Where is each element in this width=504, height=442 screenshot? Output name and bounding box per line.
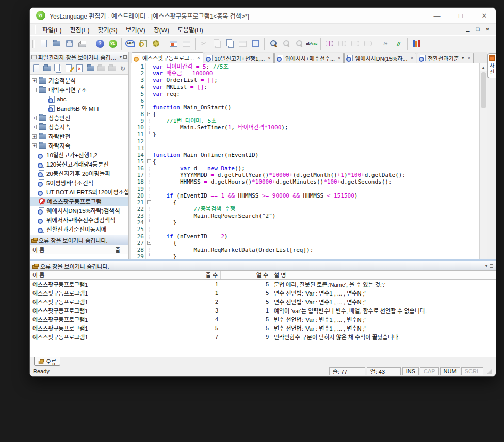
menu-item-5[interactable]: 도움말(H) [173, 25, 207, 35]
error-row-5[interactable]: 예스스팟구동프로그램155변수 선언법: 'Var : 변수1 , ... , … [30, 323, 496, 332]
tree-item-3[interactable]: Band%B 와 MFI [30, 104, 128, 113]
mini-col-name[interactable]: 이 름 [30, 245, 112, 254]
menu-item-2[interactable]: 찾기(S) [93, 25, 121, 35]
vertical-scrollbar[interactable]: ▲ [479, 63, 487, 259]
tab-close-button[interactable]: × [196, 55, 200, 60]
mdi-restore-button[interactable]: ❏ [475, 27, 481, 32]
file-tool-folder-locked-button[interactable] [96, 63, 106, 74]
error-pin-button[interactable] [490, 264, 493, 268]
toolbar-find-in-book-button[interactable] [292, 37, 305, 50]
expand-icon[interactable]: + [32, 78, 37, 83]
file-tool-folder-delete-button[interactable] [107, 63, 117, 74]
file-tool-new-item-button[interactable] [31, 63, 41, 74]
toolbar-save-button[interactable] [63, 37, 76, 50]
maximize-button[interactable]: □ [456, 12, 466, 20]
menu-item-0[interactable]: 파일(F) [38, 25, 66, 35]
panel-dropdown-button[interactable]: ▾ [120, 55, 122, 59]
editor-tab-4[interactable]: 전환선과기준▼× [417, 53, 474, 63]
tree-item-6[interactable]: +하락반전 [30, 132, 128, 141]
menu-item-4[interactable]: 창(W) [150, 25, 173, 35]
fold-collapse-icon[interactable]: - [147, 112, 151, 116]
tree-item-12[interactable]: UT BOT ALERTS와120이평조합 [30, 187, 128, 197]
mini-error-header[interactable]: 오류 창을 보이거나 숨깁니다. [30, 235, 128, 245]
close-button[interactable]: ✕ [479, 12, 490, 20]
editor-tab-2[interactable]: 위에서사+매수선수...× [274, 53, 344, 63]
tree-item-15[interactable]: 위에서사+매수선수렴검색식 [30, 215, 128, 224]
dictionary-dock-tab[interactable]: 사전 [487, 53, 496, 78]
expand-icon[interactable]: + [32, 125, 37, 129]
toolbar-print-button[interactable] [76, 37, 89, 50]
tab-close-button[interactable]: × [267, 56, 270, 61]
toolbar-compile-button[interactable] [150, 37, 162, 50]
tree-item-5[interactable]: +상승지속 [30, 122, 128, 132]
error-panel-header[interactable]: 오류 창을 보이거나 숨깁니다. ▾ [30, 261, 496, 271]
toolbar-bookmark-next-button[interactable] [336, 37, 349, 50]
toolbar-apply-chart-button[interactable] [167, 37, 180, 50]
editor-tab-3[interactable]: 웨에서사DN(15%하...× [344, 53, 416, 63]
tree-item-1[interactable]: -대박주식연구소 [30, 85, 128, 94]
fold-marker[interactable]: - [146, 158, 153, 165]
toolbar-bookmark-prev-button[interactable] [349, 37, 362, 50]
file-tool-refresh-button[interactable]: ↻ [118, 63, 128, 74]
tree-item-0[interactable]: +기술적분석 [30, 76, 128, 85]
file-tree[interactable]: +기술적분석-대박주식연구소abcBand%B 와 MFI+상승반전+상승지속+… [30, 75, 128, 235]
toolbar-copy-button[interactable] [210, 37, 223, 50]
toolbar-bookmark-button[interactable] [323, 37, 336, 50]
toolbar-bookmark-clear-button[interactable] [362, 37, 375, 50]
error-column-col[interactable]: 열 수 [221, 271, 271, 279]
tree-item-16[interactable]: 전환선과기준선이동시에 [30, 224, 128, 234]
tree-item-2[interactable]: abc [30, 94, 128, 104]
toolbar-find-in-doc-button[interactable] [280, 37, 292, 50]
fold-collapse-icon[interactable]: - [147, 241, 151, 245]
toolbar-find-button[interactable] [267, 37, 280, 50]
error-row-2[interactable]: 예스스팟구동프로그램125변수 선언법: 'Var : 변수1 , ... , … [30, 297, 496, 306]
toolbar-yeslanguage-button[interactable]: YL [106, 37, 119, 50]
toolbar-select-grid-button[interactable] [249, 37, 262, 50]
fold-marker[interactable]: - [146, 111, 153, 118]
error-row-3[interactable]: 예스스팟구동프로그램131예약어 'var'는 입력변수나 변수, 배열, 함수… [30, 306, 496, 315]
toolbar-verify-formula-button[interactable] [137, 37, 150, 50]
toolbar-paste-button[interactable] [223, 37, 236, 50]
panel-pin-button[interactable] [123, 55, 127, 59]
fold-marker[interactable]: - [146, 240, 153, 247]
file-tool-delete-item-button[interactable]: × [74, 63, 85, 74]
menu-item-3[interactable]: 보기(V) [122, 25, 150, 35]
tree-item-14[interactable]: 웨에서사DN(15%하락)검색식 [30, 206, 128, 215]
collapse-icon[interactable]: - [32, 88, 37, 92]
mdi-close-button[interactable]: ✕ [484, 27, 491, 32]
editor-tab-1[interactable]: 10일신고가+선행1,...× [204, 53, 274, 63]
error-column-line[interactable]: 줄 수 [174, 271, 221, 279]
toolbar-open-file-button[interactable] [50, 37, 63, 50]
file-tool-new-folder-button[interactable] [85, 63, 95, 74]
fold-marker[interactable]: - [146, 199, 153, 206]
scroll-thumb[interactable] [481, 72, 486, 108]
tree-item-10[interactable]: 20봉신저가후 20이평돌파 [30, 169, 128, 178]
error-row-6[interactable]: 예스스팟구동프로그램179인라인함수 구문이 닫히지 않은 채 수식이 끝났습니… [30, 332, 496, 341]
fold-collapse-icon[interactable]: - [147, 200, 151, 204]
tab-close-button[interactable]: × [337, 56, 340, 61]
tree-item-7[interactable]: +하락지속 [30, 141, 128, 150]
error-row-1[interactable]: 예스스팟구동프로그램115변수 선언법: 'Var : 변수1 , ... , … [30, 288, 496, 297]
tree-item-8[interactable]: 10일신고가+선행1,2 [30, 150, 128, 159]
toolbar-function-manual-button[interactable] [410, 37, 422, 50]
toolbar-replace-button[interactable]: ab↳ac [305, 37, 318, 50]
error-dropdown-button[interactable]: ▾ [485, 264, 487, 268]
menu-item-1[interactable]: 편집(E) [66, 25, 93, 35]
toolbar-new-file-button[interactable] [37, 37, 50, 50]
mini-col-line[interactable]: 줄 [112, 245, 128, 254]
code-editor[interactable]: 1var 타이머간격 = 5; //5초2var 매수금 = 1000003va… [131, 63, 479, 259]
tree-item-11[interactable]: 5이평쌍바닥조건식 [30, 178, 128, 187]
editor-tab-0[interactable]: 예스스팟구동프로그...× [132, 52, 203, 63]
toolbar-inline-function-button[interactable]: /+ [379, 37, 392, 50]
error-column-name[interactable]: 이 름 [30, 271, 174, 279]
expand-icon[interactable]: + [32, 134, 37, 139]
error-column-desc[interactable]: 설 명 [271, 271, 430, 279]
tab-close-button[interactable]: × [410, 56, 413, 61]
tab-list-dropdown-button[interactable]: ▼ [461, 56, 465, 60]
expand-icon[interactable]: + [32, 143, 37, 148]
tree-item-4[interactable]: +상승반전 [30, 113, 128, 122]
error-row-0[interactable]: 예스스팟구동프로그램115문법 에러, 잘못된 토큰:'Name', 올 수 있… [30, 280, 496, 288]
errors-tab[interactable]: 오류 [34, 357, 60, 366]
file-tool-open-item-button[interactable] [42, 63, 52, 74]
expand-icon[interactable]: + [32, 116, 37, 120]
